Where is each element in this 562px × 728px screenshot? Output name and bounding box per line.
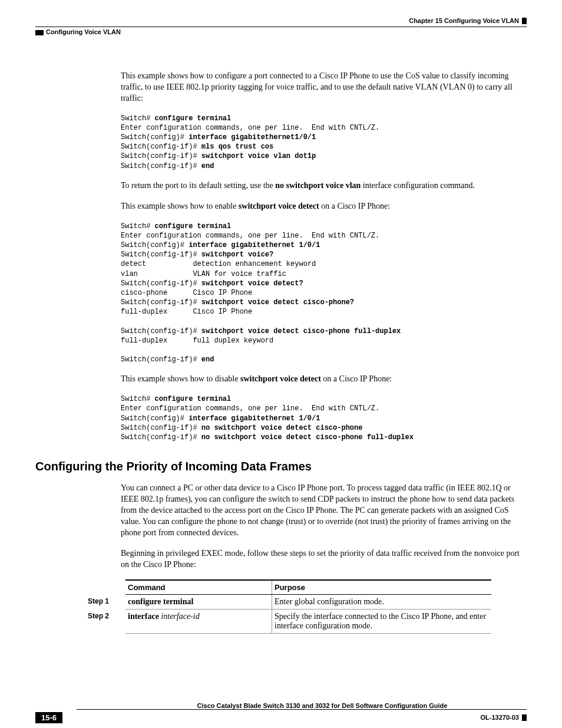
table-row: Step 1 configure terminal Enter global c…	[85, 595, 491, 610]
section-title: Configuring Voice VLAN	[46, 28, 121, 35]
command-table: Command Purpose Step 1 configure termina…	[85, 579, 491, 634]
page-number-badge: 15-6	[35, 712, 62, 723]
footer-guide-title: Cisco Catalyst Blade Switch 3130 and 303…	[118, 702, 527, 709]
col-command: Command	[125, 580, 272, 595]
heading-priority-frames: Configuring the Priority of Incoming Dat…	[35, 460, 527, 473]
para-enable-detect: This example shows how to enable switchp…	[121, 201, 527, 212]
command-cell: interface interface-id	[125, 610, 272, 634]
page-footer: Cisco Catalyst Blade Switch 3130 and 303…	[35, 702, 527, 723]
section-header: Configuring Voice VLAN	[35, 27, 527, 35]
code-block-2: Switch# configure terminal Enter configu…	[121, 222, 527, 365]
para-intro-1: This example shows how to configure a po…	[121, 71, 527, 104]
para-priority-1: You can connect a PC or other data devic…	[121, 483, 527, 538]
chapter-header: Chapter 15 Configuring Voice VLAN	[35, 18, 527, 24]
code-block-3: Switch# configure terminal Enter configu…	[121, 394, 527, 442]
step-label: Step 2	[85, 610, 125, 634]
code-block-1: Switch# configure terminal Enter configu…	[121, 114, 527, 171]
purpose-cell: Specify the interface connected to the C…	[272, 610, 492, 634]
step-label: Step 1	[85, 595, 125, 610]
table-row: Step 2 interface interface-id Specify th…	[85, 610, 491, 634]
document-id: OL-13270-03	[481, 714, 527, 721]
col-purpose: Purpose	[272, 580, 492, 595]
purpose-cell: Enter global configuration mode.	[272, 595, 492, 610]
para-return-default: To return the port to its default settin…	[121, 180, 527, 192]
para-priority-2: Beginning in privileged EXEC mode, follo…	[121, 548, 527, 571]
command-cell: configure terminal	[125, 595, 272, 610]
para-disable-detect: This example shows how to disable switch…	[121, 374, 527, 385]
section-marker-icon	[35, 30, 44, 35]
